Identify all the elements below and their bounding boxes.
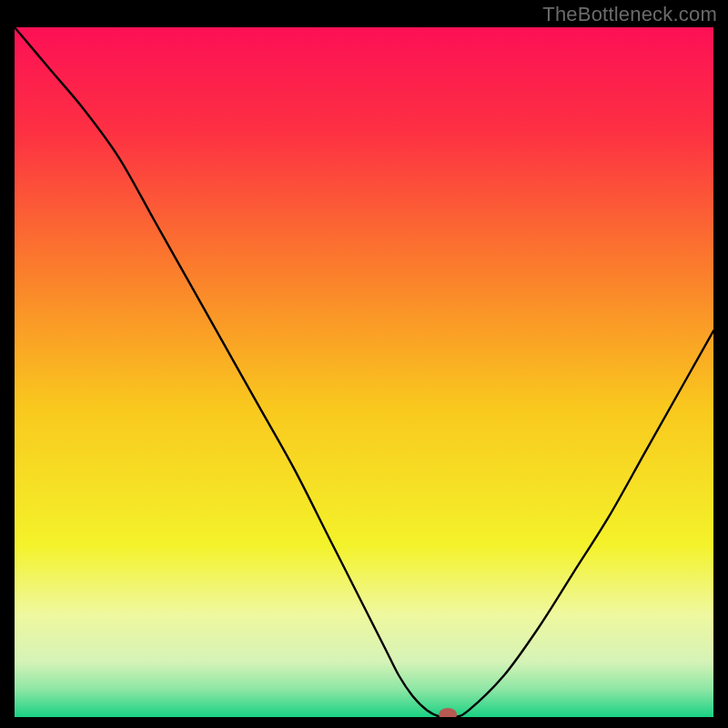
plot-background [15, 27, 713, 717]
bottleneck-chart [15, 27, 713, 717]
chart-frame: TheBottleneck.com [0, 0, 728, 728]
watermark-label: TheBottleneck.com [542, 3, 717, 26]
